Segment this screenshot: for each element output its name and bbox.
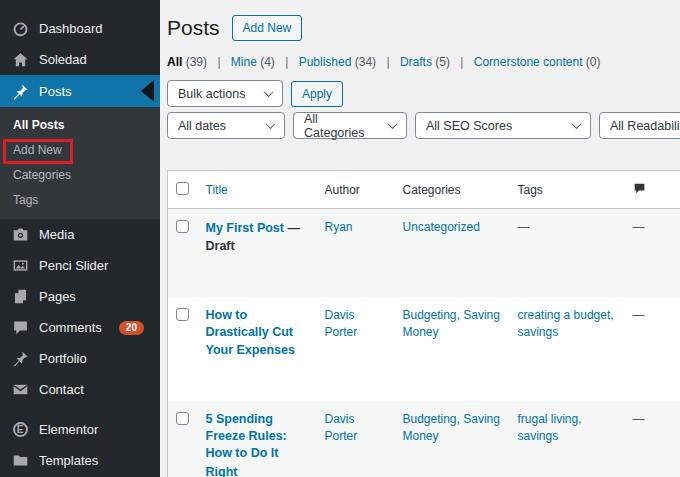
row-checkbox[interactable] — [176, 308, 189, 321]
sidebar-item-comments[interactable]: Comments 20 — [0, 312, 160, 343]
sidebar-item-pages[interactable]: Pages — [0, 281, 160, 312]
sidebar-item-portfolio[interactable]: Portfolio — [0, 343, 160, 374]
author-link[interactable]: Ryan — [325, 220, 353, 234]
categories-column-header: Categories — [395, 171, 510, 209]
select-all-header — [168, 171, 198, 209]
media-icon — [11, 226, 29, 244]
submenu-item-categories[interactable]: Categories — [0, 163, 160, 188]
seo-scores-filter-select[interactable]: All SEO Scores — [415, 112, 591, 139]
post-title-link[interactable]: How to Drastically Cut Your Expenses — [206, 308, 295, 358]
post-title-link[interactable]: My First Post — [206, 221, 285, 235]
dates-filter-select[interactable]: All dates — [167, 112, 285, 139]
sidebar-item-media[interactable]: Media — [0, 219, 160, 250]
sidebar-item-label: Elementor — [39, 422, 98, 437]
table-row: My First Post — Draft Ryan Uncategorized… — [168, 209, 680, 297]
comments-cell: — — [625, 297, 680, 401]
title-column-header: Title — [198, 171, 317, 209]
filter-count: (0) — [586, 55, 601, 69]
tag-link[interactable]: creating a budget, savings — [518, 308, 614, 339]
row-checkbox[interactable] — [176, 412, 189, 425]
comment-bubble-icon — [11, 319, 29, 337]
sidebar-item-label: Penci Slider — [39, 258, 108, 273]
category-link[interactable]: Budgeting, Saving Money — [403, 308, 500, 339]
active-menu-arrow — [141, 80, 154, 102]
title-cell: 5 Spending Freeze Rules: How to Do It Ri… — [198, 401, 317, 477]
table-header-row: Title Author Categories Tags — [168, 171, 680, 209]
select-all-checkbox[interactable] — [176, 182, 189, 195]
filter-all-link[interactable]: All — [167, 55, 182, 69]
sidebar-item-posts[interactable]: Posts — [0, 75, 160, 107]
filter-separator: | — [386, 55, 389, 69]
comment-bubble-icon — [633, 184, 646, 198]
tags-cell: creating a budget, savings — [510, 297, 625, 401]
categories-filter-select[interactable]: All Categories — [293, 112, 407, 139]
elementor-icon: E — [11, 421, 29, 439]
chevron-down-icon — [572, 119, 582, 129]
categories-cell: Budgeting, Saving Money — [395, 297, 510, 401]
sidebar-item-label: Posts — [39, 84, 72, 99]
categories-cell: Budgeting, Saving Money — [395, 401, 510, 477]
slider-image-icon — [11, 257, 29, 275]
filter-count: (4) — [260, 55, 275, 69]
pin-icon — [11, 350, 29, 368]
category-link[interactable]: Uncategorized — [403, 220, 480, 234]
author-link[interactable]: Davis Porter — [325, 308, 358, 339]
filter-drafts: Drafts (5) — [400, 55, 450, 69]
submenu-item-add-new[interactable]: Add New — [0, 138, 160, 163]
pages-icon — [11, 288, 29, 306]
sidebar-separator — [0, 405, 160, 414]
chevron-down-icon — [388, 119, 398, 129]
filter-all: All (39) — [167, 55, 207, 69]
add-new-button[interactable]: Add New — [232, 15, 303, 41]
filter-published: Published (34) — [299, 55, 376, 69]
sidebar-item-soledad[interactable]: Soledad — [0, 44, 160, 75]
submenu-item-all-posts[interactable]: All Posts — [0, 113, 160, 138]
author-link[interactable]: Davis Porter — [325, 412, 358, 443]
tag-link[interactable]: frugal living, savings — [518, 412, 582, 443]
title-sort-link[interactable]: Title — [206, 183, 228, 197]
filter-count: (5) — [435, 55, 450, 69]
folder-icon — [11, 452, 29, 470]
author-column-header: Author — [317, 171, 395, 209]
filter-drafts-link[interactable]: Drafts — [400, 55, 432, 69]
post-title-link[interactable]: 5 Spending Freeze Rules: How to Do It Ri… — [206, 412, 287, 477]
apply-button[interactable]: Apply — [291, 81, 343, 107]
filter-count: (34) — [355, 55, 376, 69]
categories-filter-value: All Categories — [304, 112, 379, 140]
sidebar-item-label: Pages — [39, 289, 76, 304]
sidebar-item-penci-slider[interactable]: Penci Slider — [0, 250, 160, 281]
filter-mine-link[interactable]: Mine — [231, 55, 257, 69]
filter-separator: | — [217, 55, 220, 69]
filter-cornerstone-link[interactable]: Cornerstone content — [474, 55, 583, 69]
row-select-cell — [168, 297, 198, 401]
sidebar-item-label: Comments — [39, 320, 102, 335]
bulk-actions-select[interactable]: Bulk actions — [167, 80, 283, 107]
filter-separator: | — [460, 55, 463, 69]
filter-cornerstone: Cornerstone content (0) — [474, 55, 601, 69]
chevron-down-icon — [266, 119, 276, 129]
sidebar-item-dashboard[interactable]: Dashboard — [0, 13, 160, 44]
row-checkbox[interactable] — [176, 220, 189, 233]
bulk-actions-row: Bulk actions Apply — [167, 80, 680, 107]
comments-column-header — [625, 171, 680, 209]
filter-published-link[interactable]: Published — [299, 55, 352, 69]
bulk-actions-value: Bulk actions — [178, 87, 245, 101]
categories-cell: Uncategorized — [395, 209, 510, 297]
category-link[interactable]: Budgeting, Saving Money — [403, 412, 500, 443]
readability-filter-value: All Readability — [610, 119, 680, 133]
author-cell: Ryan — [317, 209, 395, 297]
tags-value: — — [518, 220, 530, 234]
sidebar-item-contact[interactable]: Contact — [0, 374, 160, 405]
dates-filter-value: All dates — [178, 119, 226, 133]
row-select-cell — [168, 209, 198, 297]
dashboard-icon — [11, 20, 29, 38]
table-row: 5 Spending Freeze Rules: How to Do It Ri… — [168, 401, 680, 477]
sidebar-item-label: Portfolio — [39, 351, 87, 366]
sidebar-item-elementor[interactable]: E Elementor — [0, 414, 160, 445]
comments-value: — — [633, 412, 645, 426]
readability-filter-select[interactable]: All Readability — [599, 112, 680, 139]
comments-cell: — — [625, 401, 680, 477]
submenu-item-tags[interactable]: Tags — [0, 188, 160, 213]
chevron-down-icon — [264, 87, 274, 97]
sidebar-item-templates[interactable]: Templates — [0, 445, 160, 476]
